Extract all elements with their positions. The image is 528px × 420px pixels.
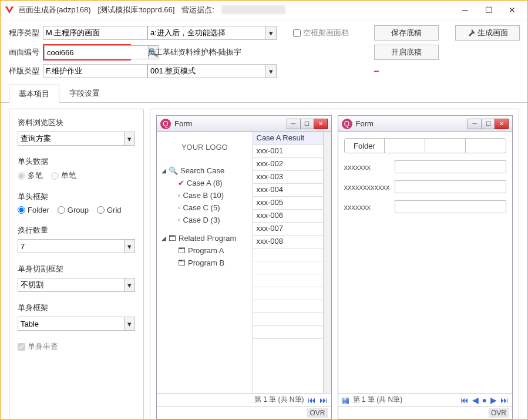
top-form: 程序类型 ▾ ▾ 空框架画面档 保存底稿 生成画面 画面编号 🔍 员工基础资料维… (1, 19, 527, 82)
grid-icon[interactable]: ▦ (342, 395, 349, 405)
pv-min-icon[interactable]: ─ (468, 119, 482, 129)
field1-input[interactable] (395, 160, 507, 173)
tpltype-combo[interactable]: ▾ (43, 64, 131, 78)
tab-fields[interactable]: 字段设置 (59, 84, 110, 102)
list-item[interactable]: xxx-003 (253, 171, 323, 184)
list-header: Case A Result (253, 132, 323, 145)
pv-close-icon[interactable]: ✕ (495, 119, 509, 129)
empty-frame-checkbox[interactable]: 空框架画面档 (293, 28, 358, 38)
list-item[interactable] (253, 261, 323, 274)
window-title: 画面生成器(adzp168) (18, 5, 91, 15)
nav-next-icon[interactable]: ▶ (490, 395, 497, 405)
entry-combo[interactable]: ▾ (147, 26, 277, 40)
main-tabs: 基本项目 字段设置 (1, 84, 527, 103)
minimize-button[interactable]: ─ (453, 2, 477, 18)
header-data-label: 单头数据 (18, 156, 135, 167)
wrap-count-label: 换行数量 (18, 225, 135, 236)
progtype-combo[interactable]: ▾ (43, 26, 131, 40)
body-frame-label: 单身框架 (18, 303, 135, 313)
body-split-combo[interactable]: ▾ (18, 278, 135, 292)
field2-input[interactable] (395, 180, 507, 193)
nav-prev-icon[interactable]: ◀ (472, 395, 479, 405)
site-label: 营运据点: (181, 5, 214, 15)
header-frame-label: 单头框架 (18, 191, 135, 202)
red-marker: ━ (374, 67, 439, 76)
list-item[interactable] (253, 326, 323, 339)
form-title: Form (356, 119, 469, 128)
pager-text: 第 1 筆 (共 N筆) (353, 395, 403, 405)
folder-tab-3[interactable] (425, 139, 466, 153)
list-item[interactable] (253, 313, 323, 326)
result-list[interactable]: Case A Result xxx-001 xxx-002 xxx-003 xx… (253, 132, 323, 393)
your-logo: YOUR LOGO (157, 132, 253, 162)
staff-label: 员工基础资料维护档-陆振宇 (147, 47, 277, 58)
form-icon: Q (342, 119, 352, 129)
nav-record-icon[interactable]: ● (482, 395, 487, 405)
pagemode-combo[interactable]: ▾ (147, 64, 277, 78)
open-draft-button[interactable]: 开启底稿 (374, 45, 439, 60)
form-icon: Q (160, 119, 171, 129)
pv-min-icon[interactable]: ─ (287, 119, 301, 129)
tab-basic[interactable]: 基本项目 (9, 85, 59, 103)
app-logo-icon (4, 5, 15, 15)
nav-first-icon[interactable]: ⏮ (308, 395, 316, 405)
list-item[interactable]: xxx-007 (253, 223, 323, 236)
tpltype-label: 样版类型 (9, 66, 41, 76)
preview-window-2: Q Form ─☐✕ Folder xxxxxxx xxxxxxxxxxxx x… (338, 115, 513, 419)
ovr-indicator: OVR (307, 408, 327, 418)
radio-grid[interactable]: Grid (97, 206, 122, 214)
chevron-down-icon[interactable]: ▾ (266, 26, 277, 40)
nav-last-icon[interactable]: ⏭ (500, 395, 509, 405)
maximize-button[interactable]: ☐ (477, 2, 500, 18)
preview-window-1: Q Form ─☐✕ YOUR LOGO ◢🔍Search Case ✔Case… (156, 115, 332, 419)
field3-input[interactable] (395, 200, 507, 213)
list-item[interactable] (253, 274, 323, 287)
list-item[interactable] (253, 300, 323, 313)
chevron-down-icon[interactable]: ▾ (266, 64, 277, 78)
folder-tabs[interactable]: Folder (344, 138, 507, 153)
folder-tab-1[interactable]: Folder (345, 139, 385, 153)
magnifier-icon: 🔍 (169, 166, 178, 175)
close-button[interactable]: ✕ (500, 2, 524, 18)
screen-no-input[interactable]: 🔍 (43, 44, 131, 61)
list-item[interactable]: xxx-004 (253, 184, 323, 197)
generate-button[interactable]: 生成画面 (455, 25, 520, 41)
window-icon: 🗔 (178, 246, 186, 255)
folder-tab-4[interactable] (466, 139, 506, 153)
tree-view[interactable]: ◢🔍Search Case ✔Case A (8) ◦Case B (10) ◦… (157, 162, 253, 271)
nav-first-icon[interactable]: ⏮ (460, 395, 469, 405)
scrno-label: 画面编号 (9, 47, 41, 58)
scrollbar[interactable] (323, 132, 331, 393)
run-icon (467, 29, 475, 37)
radio-folder[interactable]: Folder (18, 206, 49, 214)
pv-close-icon[interactable]: ✕ (314, 119, 328, 129)
browse-block-combo[interactable]: ▾ (18, 132, 135, 146)
titlebar: 画面生成器(adzp168) [测试模拟库:topprd,66] 营运据点: X… (1, 1, 527, 19)
pv-max-icon[interactable]: ☐ (481, 119, 495, 129)
save-draft-button[interactable]: 保存底稿 (374, 25, 439, 41)
pager-text: 第 1 筆 (共 N筆) (254, 395, 304, 405)
progtype-label: 程序类型 (9, 28, 41, 38)
field2-label: xxxxxxxxxxxx (344, 183, 391, 191)
radio-group[interactable]: Group (58, 206, 89, 214)
radio-multi[interactable]: 多笔 (18, 170, 43, 181)
radio-single[interactable]: 单笔 (51, 170, 76, 181)
list-item[interactable] (253, 287, 323, 300)
list-item[interactable]: xxx-005 (253, 197, 323, 210)
folder-tab-2[interactable] (385, 139, 425, 153)
list-item[interactable] (253, 248, 323, 261)
field3-label: xxxxxxx (344, 203, 391, 211)
db-info: [测试模拟库:topprd,66] (98, 5, 175, 15)
list-item[interactable]: xxx-002 (253, 158, 323, 171)
concat-checkbox[interactable]: 单身串查 (18, 341, 135, 352)
nav-last-icon[interactable]: ⏭ (320, 395, 328, 405)
wrap-count-combo[interactable]: ▾ (18, 239, 135, 253)
list-item[interactable]: xxx-001 (253, 145, 323, 158)
settings-panel: 资料浏览区块 ▾ 单头数据 多笔 单笔 单头框架 Folder Group Gr… (9, 109, 144, 420)
list-item[interactable]: xxx-006 (253, 210, 323, 223)
body-frame-combo[interactable]: ▾ (18, 317, 135, 331)
program-icon: 🗔 (169, 234, 176, 243)
list-item[interactable]: xxx-008 (253, 236, 323, 248)
browse-block-label: 资料浏览区块 (18, 117, 135, 128)
pv-max-icon[interactable]: ☐ (300, 119, 314, 129)
